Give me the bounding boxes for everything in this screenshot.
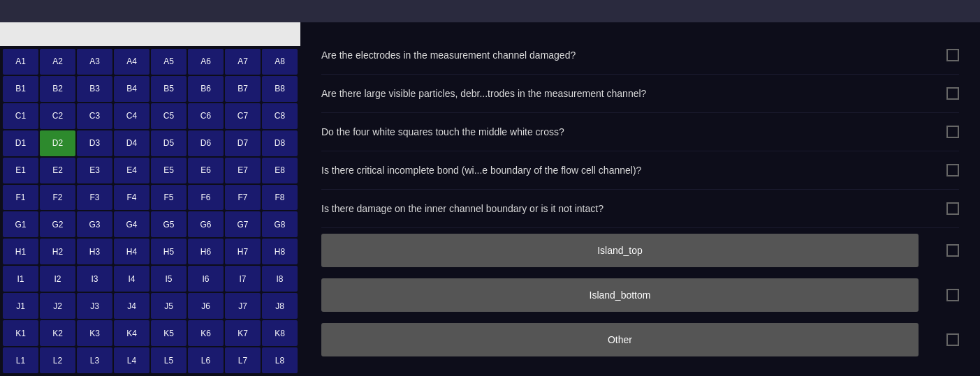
grid-cell-e7[interactable]: E7 [225, 158, 261, 183]
grid-cell-e5[interactable]: E5 [151, 158, 187, 183]
maximize-button[interactable] [946, 6, 958, 17]
checkbox-3[interactable] [946, 126, 959, 138]
grid-cell-e2[interactable]: E2 [40, 158, 75, 183]
grid-cell-d3[interactable]: D3 [77, 130, 112, 156]
minimize-button[interactable] [930, 6, 941, 17]
grid-cell-g3[interactable]: G3 [77, 211, 112, 237]
grid-cell-l8[interactable]: L8 [262, 347, 298, 373]
grid-cell-l2[interactable]: L2 [40, 347, 75, 373]
grid-cell-l1[interactable]: L1 [3, 347, 38, 373]
checkbox-btn-island-top[interactable] [946, 244, 959, 257]
grid-cell-c8[interactable]: C8 [262, 103, 298, 129]
checkbox-1[interactable] [946, 49, 959, 61]
grid-cell-i1[interactable]: I1 [3, 266, 38, 292]
grid-cell-b5[interactable]: B5 [151, 76, 187, 102]
grid-cell-l5[interactable]: L5 [151, 347, 187, 373]
grid-cell-k4[interactable]: K4 [114, 320, 149, 346]
grid-cell-b6[interactable]: B6 [188, 76, 224, 102]
checkbox-btn-island-bottom[interactable] [946, 289, 959, 301]
grid-cell-d7[interactable]: D7 [225, 130, 261, 156]
grid-cell-d2[interactable]: D2 [40, 130, 75, 156]
grid-cell-f1[interactable]: F1 [3, 185, 38, 211]
grid-cell-f6[interactable]: F6 [188, 185, 224, 211]
grid-cell-f7[interactable]: F7 [225, 185, 261, 211]
grid-cell-i4[interactable]: I4 [114, 266, 149, 292]
grid-cell-c6[interactable]: C6 [188, 103, 224, 129]
btn-island-bottom-button[interactable]: Island_bottom [321, 278, 919, 312]
grid-cell-e1[interactable]: E1 [3, 158, 38, 183]
grid-cell-c7[interactable]: C7 [225, 103, 261, 129]
grid-cell-j5[interactable]: J5 [151, 293, 187, 319]
grid-cell-h7[interactable]: H7 [225, 239, 261, 264]
grid-cell-a5[interactable]: A5 [151, 49, 187, 75]
grid-cell-g2[interactable]: G2 [40, 211, 75, 237]
grid-cell-l3[interactable]: L3 [77, 347, 112, 373]
grid-cell-b8[interactable]: B8 [262, 76, 298, 102]
grid-cell-b7[interactable]: B7 [225, 76, 261, 102]
grid-cell-d5[interactable]: D5 [151, 130, 187, 156]
grid-cell-a4[interactable]: A4 [114, 49, 149, 75]
grid-cell-g4[interactable]: G4 [114, 211, 149, 237]
grid-cell-b3[interactable]: B3 [77, 76, 112, 102]
checkbox-btn-other[interactable] [946, 333, 959, 346]
grid-cell-f8[interactable]: F8 [262, 185, 298, 211]
grid-cell-f4[interactable]: F4 [114, 185, 149, 211]
grid-cell-c5[interactable]: C5 [151, 103, 187, 129]
grid-cell-b4[interactable]: B4 [114, 76, 149, 102]
grid-cell-h5[interactable]: H5 [151, 239, 187, 264]
grid-cell-c4[interactable]: C4 [114, 103, 149, 129]
grid-cell-h6[interactable]: H6 [188, 239, 224, 264]
grid-cell-f5[interactable]: F5 [151, 185, 187, 211]
grid-cell-i8[interactable]: I8 [262, 266, 298, 292]
grid-cell-h4[interactable]: H4 [114, 239, 149, 264]
grid-cell-a1[interactable]: A1 [3, 49, 38, 75]
grid-cell-j8[interactable]: J8 [262, 293, 298, 319]
grid-cell-h8[interactable]: H8 [262, 239, 298, 264]
close-button[interactable] [963, 6, 974, 17]
grid-cell-k2[interactable]: K2 [40, 320, 75, 346]
grid-cell-a6[interactable]: A6 [188, 49, 224, 75]
grid-cell-b2[interactable]: B2 [40, 76, 75, 102]
grid-cell-g6[interactable]: G6 [188, 211, 224, 237]
grid-cell-c1[interactable]: C1 [3, 103, 38, 129]
grid-cell-a8[interactable]: A8 [262, 49, 298, 75]
grid-cell-j7[interactable]: J7 [225, 293, 261, 319]
grid-cell-h1[interactable]: H1 [3, 239, 38, 264]
btn-other-button[interactable]: Other [321, 323, 919, 356]
grid-cell-d6[interactable]: D6 [188, 130, 224, 156]
checkbox-2[interactable] [946, 87, 959, 100]
grid-cell-f2[interactable]: F2 [40, 185, 75, 211]
grid-cell-j6[interactable]: J6 [188, 293, 224, 319]
grid-cell-g1[interactable]: G1 [3, 211, 38, 237]
grid-cell-d4[interactable]: D4 [114, 130, 149, 156]
grid-cell-e8[interactable]: E8 [262, 158, 298, 183]
grid-cell-l6[interactable]: L6 [188, 347, 224, 373]
grid-cell-e3[interactable]: E3 [77, 158, 112, 183]
grid-cell-k6[interactable]: K6 [188, 320, 224, 346]
grid-cell-k1[interactable]: K1 [3, 320, 38, 346]
grid-cell-l7[interactable]: L7 [225, 347, 261, 373]
grid-cell-i2[interactable]: I2 [40, 266, 75, 292]
grid-cell-j3[interactable]: J3 [77, 293, 112, 319]
checkbox-5[interactable] [946, 202, 959, 215]
grid-cell-e6[interactable]: E6 [188, 158, 224, 183]
grid-cell-k8[interactable]: K8 [262, 320, 298, 346]
grid-cell-g5[interactable]: G5 [151, 211, 187, 237]
grid-cell-i6[interactable]: I6 [188, 266, 224, 292]
grid-cell-f3[interactable]: F3 [77, 185, 112, 211]
grid-cell-j1[interactable]: J1 [3, 293, 38, 319]
grid-cell-k3[interactable]: K3 [77, 320, 112, 346]
grid-cell-g7[interactable]: G7 [225, 211, 261, 237]
grid-cell-c2[interactable]: C2 [40, 103, 75, 129]
grid-cell-i3[interactable]: I3 [77, 266, 112, 292]
grid-cell-g8[interactable]: G8 [262, 211, 298, 237]
grid-cell-a2[interactable]: A2 [40, 49, 75, 75]
grid-cell-a7[interactable]: A7 [225, 49, 261, 75]
grid-cell-a3[interactable]: A3 [77, 49, 112, 75]
grid-cell-d8[interactable]: D8 [262, 130, 298, 156]
grid-cell-j4[interactable]: J4 [114, 293, 149, 319]
grid-cell-b1[interactable]: B1 [3, 76, 38, 102]
grid-cell-h2[interactable]: H2 [40, 239, 75, 264]
grid-cell-c3[interactable]: C3 [77, 103, 112, 129]
grid-cell-e4[interactable]: E4 [114, 158, 149, 183]
